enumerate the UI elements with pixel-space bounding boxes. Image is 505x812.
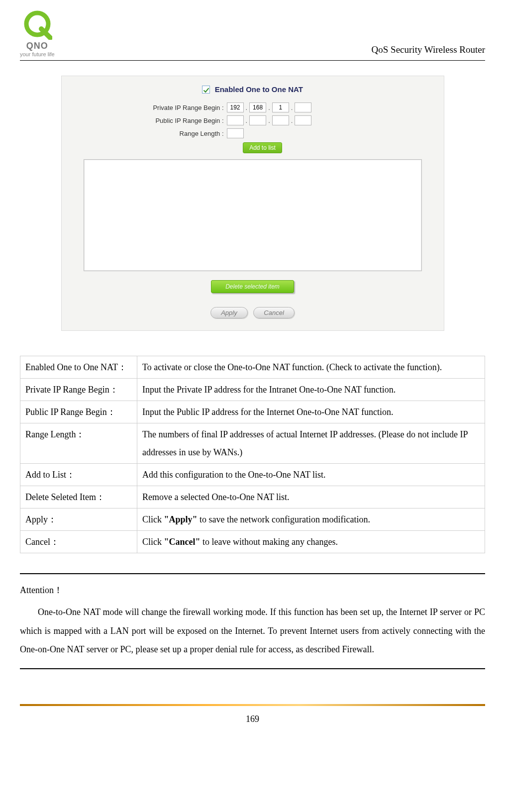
desc-text: Click "Apply" to save the network config… <box>137 508 485 531</box>
table-row: Apply： Click "Apply" to save the network… <box>20 508 485 531</box>
enable-row: Enabled One to One NAT <box>73 85 433 94</box>
desc-label: Cancel： <box>20 531 137 553</box>
desc-text: The numbers of final IP addresses of act… <box>137 423 485 464</box>
desc-label: Delete Seleted Item： <box>20 486 137 508</box>
range-length-label: Range Length : <box>73 130 227 137</box>
private-ip-octet-3[interactable] <box>272 102 289 112</box>
public-ip-octet-1[interactable] <box>227 115 244 125</box>
page-number: 169 <box>20 714 485 724</box>
page-footer: 169 <box>20 704 485 724</box>
logo-icon <box>22 10 52 40</box>
table-row: Enabled One to One NAT： To activate or c… <box>20 356 485 379</box>
desc-label: Enabled One to One NAT： <box>20 356 137 379</box>
cancel-button[interactable]: Cancel <box>253 307 294 318</box>
desc-label: Range Length： <box>20 423 137 464</box>
desc-text: To activate or close the One-to-One NAT … <box>137 356 485 379</box>
desc-label: Add to List： <box>20 464 137 486</box>
attention-block: Attention！ One-to-One NAT mode will chan… <box>20 573 485 669</box>
apply-button[interactable]: Apply <box>210 307 248 318</box>
desc-label: Apply： <box>20 508 137 531</box>
private-ip-octet-1[interactable] <box>227 102 244 112</box>
attention-title: Attention！ <box>20 581 485 600</box>
private-ip-octet-4[interactable] <box>295 102 311 112</box>
desc-text: Input the Private IP address for the Int… <box>137 379 485 401</box>
desc-text: Remove a selected One-to-One NAT list. <box>137 486 485 508</box>
private-ip-label: Private IP Range Begin : <box>73 104 227 111</box>
range-length-input[interactable] <box>227 128 244 138</box>
enable-label: Enabled One to One NAT <box>215 85 303 94</box>
desc-label: Private IP Range Begin： <box>20 379 137 401</box>
enable-checkbox[interactable] <box>202 86 210 94</box>
delete-selected-button[interactable]: Delete selected item <box>211 280 294 293</box>
dot-separator: . <box>268 117 270 124</box>
page-header: QNO your future life QoS Security Wirele… <box>20 10 485 61</box>
table-row: Add to List： Add this configuration to t… <box>20 464 485 486</box>
logo-brand-text: QNO <box>26 41 48 51</box>
desc-text: Add this configuration to the One-to-One… <box>137 464 485 486</box>
desc-text: Input the Public IP address for the Inte… <box>137 401 485 423</box>
dot-separator: . <box>246 117 248 124</box>
desc-text: Click "Cancel" to leave without making a… <box>137 531 485 553</box>
nat-listbox[interactable] <box>84 159 422 271</box>
logo-tagline: your future life <box>20 51 55 57</box>
dot-separator: . <box>291 117 293 124</box>
footer-bar <box>20 704 485 706</box>
dot-separator: . <box>268 104 270 111</box>
attention-body: One-to-One NAT mode will change the fire… <box>20 603 485 659</box>
table-row: Range Length： The numbers of final IP ad… <box>20 423 485 464</box>
public-ip-octet-3[interactable] <box>272 115 289 125</box>
table-row: Private IP Range Begin： Input the Privat… <box>20 379 485 401</box>
page-title: QoS Security Wireless Router <box>372 44 485 57</box>
table-row: Cancel： Click "Cancel" to leave without … <box>20 531 485 553</box>
description-table: Enabled One to One NAT： To activate or c… <box>20 356 485 553</box>
public-ip-octet-4[interactable] <box>295 115 311 125</box>
table-row: Delete Seleted Item： Remove a selected O… <box>20 486 485 508</box>
public-ip-label: Public IP Range Begin : <box>73 117 227 124</box>
dot-separator: . <box>291 104 293 111</box>
desc-label: Public IP Range Begin： <box>20 401 137 423</box>
private-ip-octet-2[interactable] <box>249 102 266 112</box>
add-to-list-button[interactable]: Add to list <box>243 142 282 153</box>
public-ip-octet-2[interactable] <box>249 115 266 125</box>
nat-config-panel: Enabled One to One NAT Private IP Range … <box>61 76 444 331</box>
table-row: Public IP Range Begin： Input the Public … <box>20 401 485 423</box>
logo: QNO your future life <box>20 10 55 57</box>
dot-separator: . <box>246 104 248 111</box>
